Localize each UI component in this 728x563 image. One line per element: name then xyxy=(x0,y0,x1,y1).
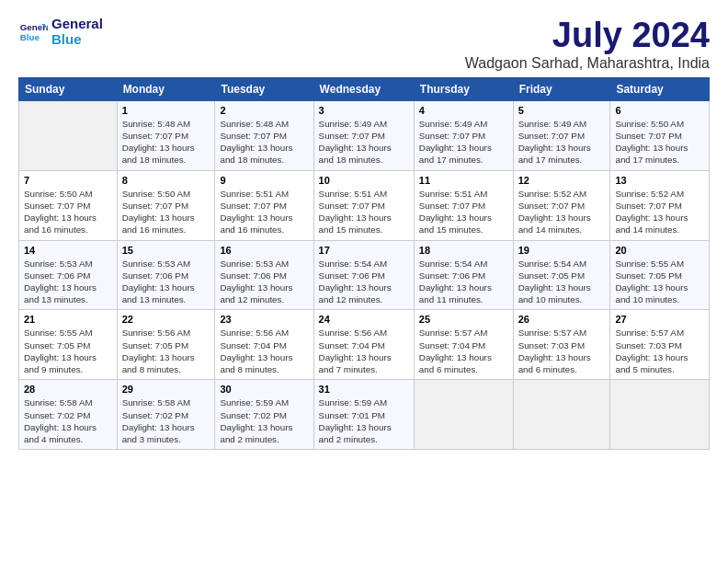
day-info: Sunrise: 5:49 AM Sunset: 7:07 PM Dayligh… xyxy=(518,118,606,167)
day-number: 16 xyxy=(220,245,308,256)
day-info: Sunrise: 5:49 AM Sunset: 7:07 PM Dayligh… xyxy=(419,118,508,167)
calendar-cell: 22Sunrise: 5:56 AM Sunset: 7:05 PM Dayli… xyxy=(117,310,215,380)
calendar-cell: 23Sunrise: 5:56 AM Sunset: 7:04 PM Dayli… xyxy=(215,310,313,380)
day-number: 31 xyxy=(319,384,409,395)
day-number: 11 xyxy=(419,175,508,186)
weekday-header: Wednesday xyxy=(313,77,414,100)
day-info: Sunrise: 5:53 AM Sunset: 7:06 PM Dayligh… xyxy=(122,258,210,306)
day-info: Sunrise: 5:48 AM Sunset: 7:07 PM Dayligh… xyxy=(220,118,308,167)
day-number: 28 xyxy=(24,384,112,395)
page: General Blue General Blue July 2024 Wadg… xyxy=(0,0,728,459)
day-info: Sunrise: 5:58 AM Sunset: 7:02 PM Dayligh… xyxy=(24,396,112,445)
day-number: 27 xyxy=(615,314,704,325)
calendar-week-row: 14Sunrise: 5:53 AM Sunset: 7:06 PM Dayli… xyxy=(19,240,710,310)
day-info: Sunrise: 5:57 AM Sunset: 7:04 PM Dayligh… xyxy=(419,327,508,375)
weekday-header: Tuesday xyxy=(215,77,313,100)
calendar-cell xyxy=(610,380,710,450)
calendar-cell: 29Sunrise: 5:58 AM Sunset: 7:02 PM Dayli… xyxy=(117,380,215,450)
day-info: Sunrise: 5:59 AM Sunset: 7:01 PM Dayligh… xyxy=(319,396,409,445)
logo-general: General xyxy=(51,17,103,32)
calendar-cell: 25Sunrise: 5:57 AM Sunset: 7:04 PM Dayli… xyxy=(414,310,513,380)
calendar-cell: 26Sunrise: 5:57 AM Sunset: 7:03 PM Dayli… xyxy=(513,310,610,380)
day-number: 29 xyxy=(122,384,210,395)
calendar-cell: 19Sunrise: 5:54 AM Sunset: 7:05 PM Dayli… xyxy=(513,240,610,310)
calendar-week-row: 7Sunrise: 5:50 AM Sunset: 7:07 PM Daylig… xyxy=(19,170,710,240)
day-number: 1 xyxy=(122,105,210,116)
day-info: Sunrise: 5:53 AM Sunset: 7:06 PM Dayligh… xyxy=(220,258,308,306)
weekday-header: Friday xyxy=(513,77,610,100)
calendar-cell: 9Sunrise: 5:51 AM Sunset: 7:07 PM Daylig… xyxy=(215,170,313,240)
calendar-cell xyxy=(513,380,610,450)
day-info: Sunrise: 5:50 AM Sunset: 7:07 PM Dayligh… xyxy=(615,118,704,167)
day-info: Sunrise: 5:54 AM Sunset: 7:06 PM Dayligh… xyxy=(419,258,508,306)
day-info: Sunrise: 5:52 AM Sunset: 7:07 PM Dayligh… xyxy=(615,188,704,236)
day-number: 9 xyxy=(220,175,308,186)
calendar-cell: 11Sunrise: 5:51 AM Sunset: 7:07 PM Dayli… xyxy=(414,170,513,240)
calendar-cell: 20Sunrise: 5:55 AM Sunset: 7:05 PM Dayli… xyxy=(610,240,710,310)
day-info: Sunrise: 5:50 AM Sunset: 7:07 PM Dayligh… xyxy=(122,188,210,236)
day-number: 4 xyxy=(419,105,508,116)
calendar-week-row: 28Sunrise: 5:58 AM Sunset: 7:02 PM Dayli… xyxy=(19,380,710,450)
day-info: Sunrise: 5:56 AM Sunset: 7:04 PM Dayligh… xyxy=(220,327,308,375)
day-info: Sunrise: 5:48 AM Sunset: 7:07 PM Dayligh… xyxy=(122,118,210,167)
day-info: Sunrise: 5:57 AM Sunset: 7:03 PM Dayligh… xyxy=(615,327,704,375)
day-number: 14 xyxy=(24,245,112,256)
day-number: 15 xyxy=(122,245,210,256)
calendar-week-row: 21Sunrise: 5:55 AM Sunset: 7:05 PM Dayli… xyxy=(19,310,710,380)
header: General Blue General Blue July 2024 Wadg… xyxy=(18,17,710,72)
calendar-cell xyxy=(414,380,513,450)
svg-text:Blue: Blue xyxy=(20,31,40,41)
day-info: Sunrise: 5:56 AM Sunset: 7:05 PM Dayligh… xyxy=(122,327,210,375)
calendar-cell: 21Sunrise: 5:55 AM Sunset: 7:05 PM Dayli… xyxy=(19,310,118,380)
day-number: 12 xyxy=(518,175,606,186)
calendar-cell: 4Sunrise: 5:49 AM Sunset: 7:07 PM Daylig… xyxy=(414,100,513,170)
svg-text:General: General xyxy=(20,22,48,32)
day-number: 26 xyxy=(518,314,606,325)
logo-blue: Blue xyxy=(51,32,103,48)
calendar-cell: 8Sunrise: 5:50 AM Sunset: 7:07 PM Daylig… xyxy=(117,170,215,240)
logo: General Blue General Blue xyxy=(18,17,103,47)
calendar-cell: 30Sunrise: 5:59 AM Sunset: 7:02 PM Dayli… xyxy=(215,380,313,450)
day-info: Sunrise: 5:50 AM Sunset: 7:07 PM Dayligh… xyxy=(24,188,112,236)
day-number: 8 xyxy=(122,175,210,186)
calendar-cell: 16Sunrise: 5:53 AM Sunset: 7:06 PM Dayli… xyxy=(215,240,313,310)
calendar-cell: 2Sunrise: 5:48 AM Sunset: 7:07 PM Daylig… xyxy=(215,100,313,170)
day-info: Sunrise: 5:52 AM Sunset: 7:07 PM Dayligh… xyxy=(518,188,606,236)
day-info: Sunrise: 5:51 AM Sunset: 7:07 PM Dayligh… xyxy=(419,188,508,236)
day-info: Sunrise: 5:59 AM Sunset: 7:02 PM Dayligh… xyxy=(220,396,308,445)
logo-icon: General Blue xyxy=(18,17,48,47)
day-number: 18 xyxy=(419,245,508,256)
day-number: 24 xyxy=(319,314,409,325)
day-number: 23 xyxy=(220,314,308,325)
calendar-cell: 3Sunrise: 5:49 AM Sunset: 7:07 PM Daylig… xyxy=(313,100,414,170)
day-number: 2 xyxy=(220,105,308,116)
day-info: Sunrise: 5:55 AM Sunset: 7:05 PM Dayligh… xyxy=(24,327,112,375)
day-info: Sunrise: 5:57 AM Sunset: 7:03 PM Dayligh… xyxy=(518,327,606,375)
calendar-cell: 31Sunrise: 5:59 AM Sunset: 7:01 PM Dayli… xyxy=(313,380,414,450)
day-info: Sunrise: 5:51 AM Sunset: 7:07 PM Dayligh… xyxy=(319,188,409,236)
day-info: Sunrise: 5:55 AM Sunset: 7:05 PM Dayligh… xyxy=(615,258,704,306)
calendar-cell: 15Sunrise: 5:53 AM Sunset: 7:06 PM Dayli… xyxy=(117,240,215,310)
day-number: 25 xyxy=(419,314,508,325)
day-info: Sunrise: 5:54 AM Sunset: 7:06 PM Dayligh… xyxy=(319,258,409,306)
calendar-cell xyxy=(19,100,118,170)
calendar-cell: 6Sunrise: 5:50 AM Sunset: 7:07 PM Daylig… xyxy=(610,100,710,170)
calendar-cell: 12Sunrise: 5:52 AM Sunset: 7:07 PM Dayli… xyxy=(513,170,610,240)
day-number: 30 xyxy=(220,384,308,395)
day-info: Sunrise: 5:53 AM Sunset: 7:06 PM Dayligh… xyxy=(24,258,112,306)
day-info: Sunrise: 5:56 AM Sunset: 7:04 PM Dayligh… xyxy=(319,327,409,375)
weekday-header: Monday xyxy=(117,77,215,100)
calendar-cell: 27Sunrise: 5:57 AM Sunset: 7:03 PM Dayli… xyxy=(610,310,710,380)
day-number: 6 xyxy=(615,105,704,116)
calendar-cell: 18Sunrise: 5:54 AM Sunset: 7:06 PM Dayli… xyxy=(414,240,513,310)
month-title: July 2024 xyxy=(465,17,710,55)
day-number: 17 xyxy=(319,245,409,256)
calendar-cell: 28Sunrise: 5:58 AM Sunset: 7:02 PM Dayli… xyxy=(19,380,118,450)
day-number: 21 xyxy=(24,314,112,325)
calendar-cell: 24Sunrise: 5:56 AM Sunset: 7:04 PM Dayli… xyxy=(313,310,414,380)
weekday-header: Sunday xyxy=(19,77,118,100)
day-info: Sunrise: 5:58 AM Sunset: 7:02 PM Dayligh… xyxy=(122,396,210,445)
day-info: Sunrise: 5:51 AM Sunset: 7:07 PM Dayligh… xyxy=(220,188,308,236)
calendar-cell: 7Sunrise: 5:50 AM Sunset: 7:07 PM Daylig… xyxy=(19,170,118,240)
calendar-cell: 13Sunrise: 5:52 AM Sunset: 7:07 PM Dayli… xyxy=(610,170,710,240)
